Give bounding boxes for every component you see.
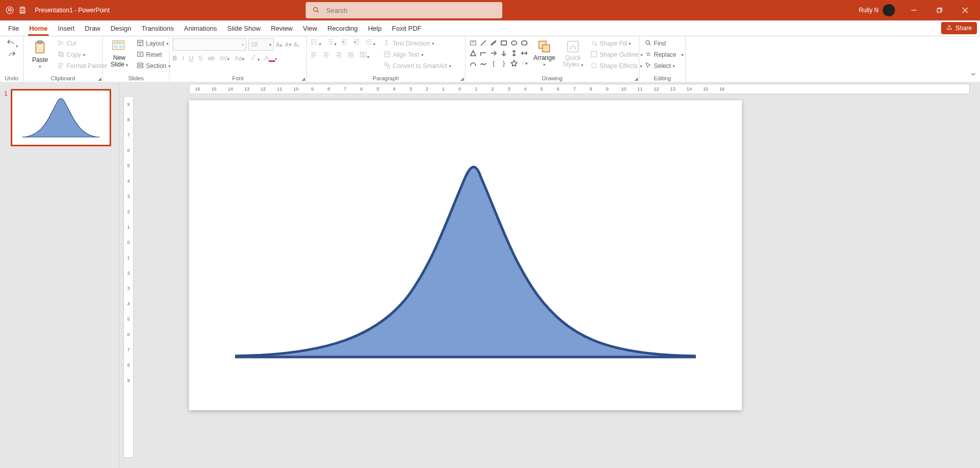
italic-button[interactable]: I [182, 55, 184, 62]
arrange-button[interactable]: Arrange▾ [531, 38, 558, 68]
copy-button[interactable]: Copy ▾ [55, 50, 109, 60]
shape-fill-button[interactable]: Shape Fill ▾ [588, 38, 645, 49]
tab-transitions[interactable]: Transitions [136, 20, 179, 36]
shapes-gallery[interactable]: { } ⋮▾ [468, 38, 529, 68]
slide-thumbnails-pane[interactable]: 1 [0, 82, 119, 468]
search-input[interactable] [325, 6, 496, 15]
shape-brace-right-icon[interactable]: } [499, 59, 508, 68]
slide-thumbnail-1[interactable] [11, 89, 111, 146]
font-size-combo[interactable]: 18▾ [248, 38, 274, 51]
shape-freeform-icon[interactable] [479, 59, 488, 68]
svg-point-8 [58, 40, 60, 42]
tab-help[interactable]: Help [363, 20, 387, 36]
shadow-button[interactable]: S [199, 55, 203, 62]
svg-rect-33 [568, 41, 579, 52]
replace-button[interactable]: Replace▾ [643, 50, 686, 60]
shape-arrow-right-icon[interactable] [489, 49, 498, 58]
align-right-button[interactable] [334, 51, 343, 60]
shape-triangle-icon[interactable] [468, 49, 478, 58]
shape-effects-button[interactable]: Shape Effects ▾ [588, 61, 645, 71]
restore-button[interactable] [928, 0, 951, 20]
shape-oval-icon[interactable] [509, 38, 519, 48]
group-label-undo: Undo [3, 74, 20, 81]
align-left-button[interactable] [310, 51, 318, 60]
justify-button[interactable] [347, 51, 355, 60]
drawing-dialog-launcher[interactable]: ◢ [634, 76, 638, 81]
tab-slide-show[interactable]: Slide Show [222, 20, 266, 36]
clear-formatting-icon[interactable]: Aₓ [294, 41, 300, 48]
tab-draw[interactable]: Draw [80, 20, 105, 36]
quick-styles-button[interactable]: QuickStyles ▾ [560, 38, 586, 69]
char-spacing-button[interactable]: AV▾ [220, 55, 229, 62]
shape-brace-left-icon[interactable]: { [489, 59, 498, 68]
cut-button[interactable]: Cut [55, 38, 109, 49]
shape-rectangle-icon[interactable] [499, 38, 508, 48]
slide-canvas[interactable] [189, 100, 742, 410]
share-button[interactable]: Share [941, 22, 977, 34]
paragraph-dialog-launcher[interactable]: ◢ [460, 76, 464, 81]
search-box[interactable] [306, 2, 502, 18]
shape-arrow-dualhoriz-icon[interactable] [520, 49, 529, 58]
tab-insert[interactable]: Insert [53, 20, 80, 36]
bell-curve-shape[interactable] [235, 157, 696, 361]
tab-animations[interactable]: Animations [179, 20, 222, 36]
align-center-button[interactable] [322, 51, 330, 60]
underline-button[interactable]: U [189, 55, 194, 62]
tab-review[interactable]: Review [266, 20, 298, 36]
increase-indent-button[interactable] [353, 38, 361, 47]
clipboard-dialog-launcher[interactable]: ◢ [98, 76, 101, 81]
change-case-button[interactable]: Aa▾ [235, 55, 244, 62]
font-name-combo[interactable]: ▾ [173, 38, 246, 51]
tab-foxit-pdf[interactable]: Foxit PDF [387, 20, 427, 36]
format-painter-button[interactable]: Format Painter [55, 61, 109, 71]
svg-point-7 [58, 43, 60, 46]
tab-view[interactable]: View [298, 20, 323, 36]
align-text-button[interactable]: Align Text ▾ [381, 50, 453, 60]
text-direction-button[interactable]: Text Direction ▾ [381, 38, 453, 49]
strikethrough-button[interactable]: ab [208, 55, 215, 62]
tab-recording[interactable]: Recording [322, 20, 363, 36]
select-button[interactable]: Select ▾ [643, 61, 677, 71]
shape-star-icon[interactable] [509, 59, 519, 68]
shape-curve-icon[interactable] [468, 59, 478, 68]
columns-button[interactable]: ▾ [359, 51, 369, 60]
tab-home[interactable]: Home [24, 20, 53, 36]
section-button[interactable]: Section ▾ [135, 61, 173, 71]
decrease-font-icon[interactable]: A▾ [285, 41, 291, 48]
shapes-more-button[interactable]: ⋮▾ [520, 59, 529, 68]
layout-button[interactable]: Layout ▾ [135, 38, 173, 49]
convert-smartart-button[interactable]: Convert to SmartArt ▾ [381, 61, 453, 71]
paste-button[interactable]: Paste ▾ [27, 38, 53, 70]
numbering-button[interactable]: ▾ [325, 38, 336, 47]
shape-doubleline-icon[interactable] [489, 38, 498, 48]
find-button[interactable]: Find [643, 38, 668, 49]
tab-file[interactable]: File [3, 20, 24, 36]
shape-elbow-icon[interactable] [479, 49, 488, 58]
account-button[interactable]: Rully N [854, 4, 900, 16]
font-dialog-launcher[interactable]: ◢ [302, 76, 305, 81]
bold-button[interactable]: B [173, 55, 177, 62]
line-spacing-button[interactable]: ▾ [365, 38, 375, 47]
decrease-indent-button[interactable] [340, 38, 349, 47]
shape-arrow-dualvert-icon[interactable] [509, 49, 519, 58]
undo-button[interactable]: ▾ [6, 38, 18, 49]
shape-outline-button[interactable]: Shape Outline ▾ [588, 50, 645, 60]
tab-design[interactable]: Design [105, 20, 136, 36]
increase-font-icon[interactable]: A▴ [276, 41, 283, 48]
highlight-button[interactable]: ▾ [249, 54, 260, 62]
bullets-button[interactable]: ▾ [310, 38, 321, 47]
minimize-button[interactable] [902, 0, 926, 20]
collapse-ribbon-button[interactable] [970, 71, 977, 79]
shape-line-icon[interactable] [479, 38, 488, 48]
font-color-button[interactable]: A▾ [265, 55, 277, 62]
svg-rect-22 [360, 52, 363, 57]
redo-button[interactable] [7, 50, 17, 61]
shape-textbox-icon[interactable] [468, 38, 478, 48]
shape-roundrect-icon[interactable] [520, 38, 529, 48]
svg-rect-32 [543, 45, 550, 52]
save-icon[interactable] [18, 6, 27, 14]
close-button[interactable] [953, 0, 977, 20]
new-slide-button[interactable]: NewSlide ▾ [106, 38, 133, 69]
shape-arrow-down-icon[interactable] [499, 49, 508, 58]
reset-button[interactable]: Reset [135, 50, 173, 60]
